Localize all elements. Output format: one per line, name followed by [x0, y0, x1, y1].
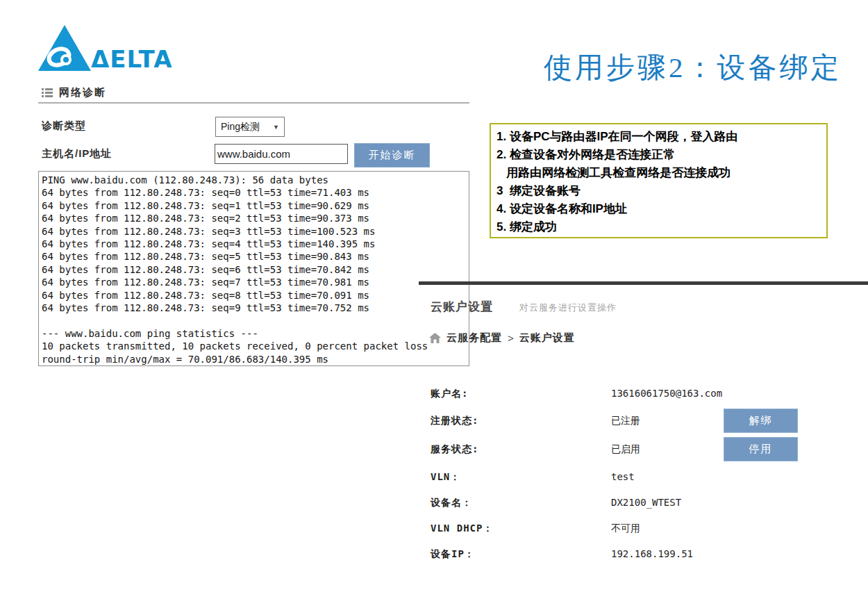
diag-type-selected-value: Ping检测 — [221, 121, 260, 133]
slide-canvas: ΔELTA 使用步骤2：设备绑定 网络诊断 诊断类型 Ping检测 ▼ 主机名/… — [0, 0, 868, 592]
device-ip-value: 192.168.199.51 — [611, 548, 693, 559]
service-status-label: 服务状态: — [431, 443, 478, 456]
section-divider — [38, 102, 469, 104]
delta-triangle-icon — [38, 25, 91, 72]
device-ip-label: 设备IP： — [431, 548, 475, 561]
breadcrumb: 云服务配置 > 云账户设置 — [429, 331, 575, 345]
breadcrumb-item-cloud-config[interactable]: 云服务配置 — [446, 331, 502, 345]
cloud-panel-title: 云账户设置 — [431, 299, 493, 315]
network-diag-header: 网络诊断 — [42, 86, 106, 99]
host-label: 主机名/IP地址 — [42, 147, 112, 161]
account-name-label: 账户名: — [431, 388, 468, 400]
vln-dhcp-label: VLN DHCP： — [431, 523, 493, 535]
service-status-value: 已启用 — [611, 443, 640, 456]
breadcrumb-separator: > — [508, 332, 514, 344]
device-name-value: DX2100_WTEST — [611, 497, 681, 508]
cloud-panel-subtitle: 对云服务进行设置操作 — [519, 302, 617, 314]
disable-button[interactable]: 停用 — [724, 437, 798, 461]
section-title: 网络诊断 — [59, 86, 106, 99]
start-diagnosis-button[interactable]: 开始诊断 — [354, 143, 430, 167]
device-name-label: 设备名： — [431, 497, 472, 509]
steps-box: 1. 设备PC与路由器IP在同一个网段，登入路由 2. 检查设备对外网络是否连接… — [490, 123, 828, 238]
breadcrumb-item-cloud-account[interactable]: 云账户设置 — [519, 331, 575, 345]
brand-text: ΔELTA — [91, 45, 172, 73]
vln-label: VLN： — [431, 471, 460, 484]
register-status-label: 注册状态: — [431, 415, 478, 427]
vln-value: test — [611, 471, 635, 482]
host-input[interactable] — [215, 144, 348, 164]
delta-logo: ΔELTA — [38, 23, 177, 74]
panel-divider — [419, 281, 868, 285]
register-status-value: 已注册 — [611, 415, 640, 427]
account-name-value: 13616061750@163.com — [611, 388, 722, 399]
vln-dhcp-value: 不可用 — [611, 523, 640, 535]
diag-type-select[interactable]: Ping检测 ▼ — [215, 117, 285, 137]
page-title: 使用步骤2：设备绑定 — [544, 49, 842, 87]
home-icon[interactable] — [429, 333, 441, 344]
list-icon — [42, 88, 53, 97]
chevron-down-icon: ▼ — [273, 124, 279, 131]
unbind-button[interactable]: 解绑 — [724, 409, 798, 433]
diag-type-label: 诊断类型 — [42, 120, 86, 133]
ping-output: PING www.baidu.com (112.80.248.73): 56 d… — [38, 171, 469, 366]
